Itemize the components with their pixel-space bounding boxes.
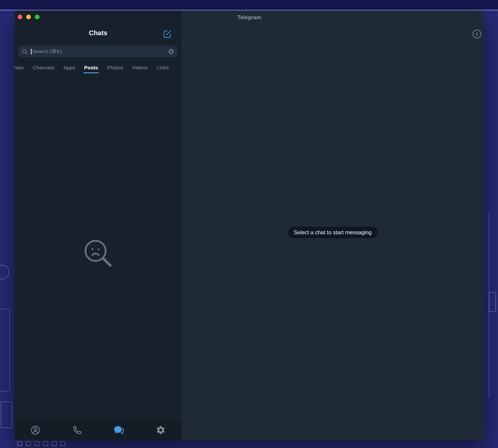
compose-icon: [163, 30, 172, 38]
nav-settings[interactable]: [140, 420, 182, 440]
wallpaper-blueprint-circle: [0, 265, 9, 279]
compose-button[interactable]: [162, 28, 173, 39]
info-button[interactable]: [471, 29, 482, 39]
nav-contacts[interactable]: [15, 420, 56, 440]
sidebar-title: Chats: [15, 29, 182, 37]
sidebar: Chats Search (⌘K) Chats: [15, 11, 182, 440]
gear-icon: [156, 425, 166, 435]
search-placeholder: Search (⌘K): [32, 48, 168, 54]
telegram-window: Telegram Chats Search (⌘K): [15, 11, 484, 440]
person-icon: [30, 425, 41, 435]
search-filter-tabs: Chats Channels Apps Posts Photos Videos …: [15, 60, 182, 75]
wallpaper-blueprint-rect: [1, 402, 12, 428]
filter-tab-links[interactable]: Links: [157, 60, 169, 75]
phone-icon: [72, 425, 82, 435]
search-input[interactable]: Search (⌘K): [18, 46, 178, 57]
nav-chats[interactable]: [98, 420, 140, 440]
filter-tab-chats[interactable]: Chats: [15, 60, 24, 75]
wallpaper-blueprint-lines: [489, 212, 498, 398]
window-titlebar[interactable]: Telegram: [15, 11, 484, 24]
nav-calls[interactable]: [56, 420, 98, 440]
empty-chat-message: Select a chat to start messaging: [288, 227, 377, 238]
clear-search-button[interactable]: [168, 48, 174, 55]
wallpaper-blueprint-rect: [489, 292, 496, 312]
window-title: Telegram: [15, 14, 484, 21]
sad-magnifier-icon: [80, 235, 117, 273]
wallpaper-blueprint-squares: [17, 441, 65, 446]
filter-tab-channels[interactable]: Channels: [33, 60, 55, 75]
chat-bubbles-icon: [113, 425, 124, 435]
wallpaper-top-strip: [0, 0, 498, 10]
filter-tab-photos[interactable]: Photos: [107, 60, 123, 75]
clear-search-icon: [168, 48, 174, 55]
filter-tab-apps[interactable]: Apps: [63, 60, 75, 75]
chat-area: Select a chat to start messaging: [182, 11, 484, 440]
wallpaper-blueprint-rect: [0, 309, 10, 392]
filter-tab-videos[interactable]: Videos: [132, 60, 148, 75]
info-icon: [472, 29, 482, 39]
bottom-nav: [15, 419, 182, 440]
text-caret: [31, 49, 32, 54]
filter-tab-posts[interactable]: Posts: [84, 60, 98, 75]
search-icon: [22, 48, 28, 55]
